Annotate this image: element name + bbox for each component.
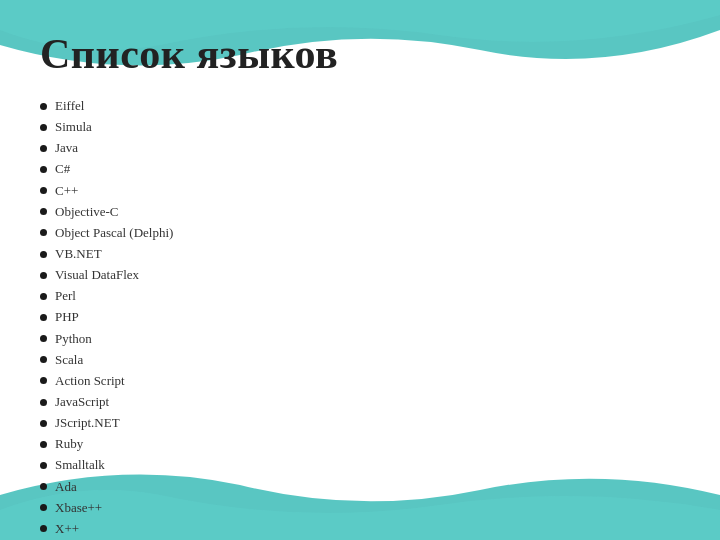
bullet-icon xyxy=(40,525,47,532)
bullet-icon xyxy=(40,208,47,215)
list-item: Ada xyxy=(40,477,680,497)
bullet-icon xyxy=(40,441,47,448)
list-item: PHP xyxy=(40,307,680,327)
list-item: JavaScript xyxy=(40,392,680,412)
item-label: JavaScript xyxy=(55,392,109,412)
item-label: Eiffel xyxy=(55,96,84,116)
list-item: Perl xyxy=(40,286,680,306)
list-item: Eiffel xyxy=(40,96,680,116)
list-item: VB.NET xyxy=(40,244,680,264)
item-label: Java xyxy=(55,138,78,158)
item-label: Object Pascal (Delphi) xyxy=(55,223,173,243)
bullet-icon xyxy=(40,377,47,384)
item-label: VB.NET xyxy=(55,244,102,264)
bullet-icon xyxy=(40,293,47,300)
list-item: C# xyxy=(40,159,680,179)
bullet-icon xyxy=(40,399,47,406)
bullet-icon xyxy=(40,187,47,194)
bullet-icon xyxy=(40,229,47,236)
item-label: Perl xyxy=(55,286,76,306)
bullet-icon xyxy=(40,356,47,363)
list-item: C++ xyxy=(40,181,680,201)
language-list: EiffelSimulaJavaC#C++Objective-CObject P… xyxy=(40,96,680,540)
list-item: Visual DataFlex xyxy=(40,265,680,285)
bullet-icon xyxy=(40,272,47,279)
item-label: Xbase++ xyxy=(55,498,102,518)
list-item: Python xyxy=(40,329,680,349)
item-label: Visual DataFlex xyxy=(55,265,139,285)
page-content: Список языков EiffelSimulaJavaC#C++Objec… xyxy=(0,0,720,540)
list-item: Scala xyxy=(40,350,680,370)
item-label: C# xyxy=(55,159,70,179)
item-label: Scala xyxy=(55,350,83,370)
list-item: JScript.NET xyxy=(40,413,680,433)
list-item: Xbase++ xyxy=(40,498,680,518)
bullet-icon xyxy=(40,124,47,131)
list-item: Simula xyxy=(40,117,680,137)
item-label: Action Script xyxy=(55,371,125,391)
list-item: Action Script xyxy=(40,371,680,391)
list-item: Smalltalk xyxy=(40,455,680,475)
bullet-icon xyxy=(40,145,47,152)
list-item: Object Pascal (Delphi) xyxy=(40,223,680,243)
bullet-icon xyxy=(40,504,47,511)
item-label: Ruby xyxy=(55,434,83,454)
list-item: X++ xyxy=(40,519,680,539)
list-item: Java xyxy=(40,138,680,158)
item-label: Smalltalk xyxy=(55,455,105,475)
item-label: Objective-C xyxy=(55,202,119,222)
item-label: Python xyxy=(55,329,92,349)
bullet-icon xyxy=(40,314,47,321)
item-label: C++ xyxy=(55,181,78,201)
bullet-icon xyxy=(40,335,47,342)
list-item: Ruby xyxy=(40,434,680,454)
bullet-icon xyxy=(40,462,47,469)
item-label: Simula xyxy=(55,117,92,137)
bullet-icon xyxy=(40,420,47,427)
bullet-icon xyxy=(40,103,47,110)
item-label: Ada xyxy=(55,477,77,497)
bullet-icon xyxy=(40,166,47,173)
bullet-icon xyxy=(40,251,47,258)
list-item: Objective-C xyxy=(40,202,680,222)
item-label: X++ xyxy=(55,519,79,539)
page-title: Список языков xyxy=(40,30,680,78)
item-label: PHP xyxy=(55,307,79,327)
bullet-icon xyxy=(40,483,47,490)
item-label: JScript.NET xyxy=(55,413,120,433)
